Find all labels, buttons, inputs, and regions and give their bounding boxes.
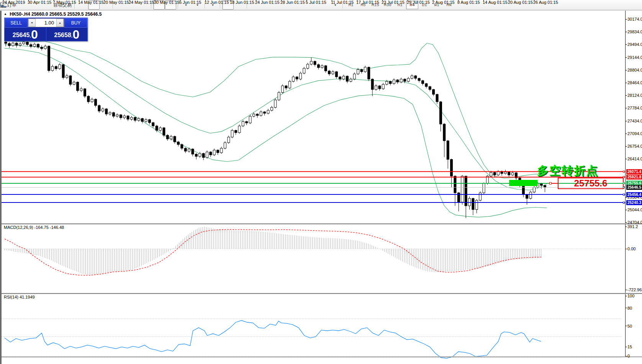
price-axis-tick — [625, 83, 627, 83]
price-axis-tick — [625, 108, 627, 108]
rsi-axis-tick — [625, 356, 627, 356]
rsi-axis-label: 0 — [627, 354, 630, 358]
line-anchor-marker[interactable] — [623, 202, 625, 204]
macd-axis-label: 391.2 — [627, 224, 638, 229]
price-axis-label: 29834.0 — [627, 29, 642, 34]
price-axis-tick — [625, 57, 627, 58]
time-axis-label: 5 Jul 01:15 — [306, 0, 326, 5]
macd-axis-label: -722.96 — [627, 287, 642, 292]
price-axis-tick — [625, 32, 627, 32]
price-axis-label: 25044.0 — [627, 207, 642, 212]
time-axis-label: 14 Aug 01:15 — [483, 0, 508, 5]
rsi-axis-label: 100 — [627, 294, 634, 298]
time-axis-label: 23 Jul 01:15 — [382, 0, 405, 5]
time-axis-tick — [357, 0, 357, 1]
price-axis-tick — [625, 70, 627, 70]
time-axis-tick — [180, 0, 180, 1]
time-axis-label: 17 Jul 01:15 — [356, 0, 379, 5]
time-axis-tick — [306, 0, 307, 1]
price-axis-tick — [625, 134, 627, 134]
price-axis-tick — [625, 210, 627, 210]
time-axis-tick — [256, 0, 256, 1]
time-axis-label: 11 Jul 01:15 — [331, 0, 354, 5]
time-axis-label: 28 Jun 01:15 — [280, 0, 305, 5]
time-axis-tick — [54, 0, 54, 1]
price-axis-tick — [625, 44, 627, 45]
time-axis-label: 30 May 01:15 — [154, 0, 180, 5]
time-axis-label: 30 Apr 01:15 — [28, 0, 51, 5]
price-axis-label: 26754.0 — [627, 144, 642, 149]
price-axis-label: 28124.0 — [627, 93, 642, 98]
line-anchor-marker[interactable] — [623, 171, 625, 173]
price-axis-label: 29144.0 — [627, 55, 642, 60]
time-axis-label: 20 May 01:15 — [103, 0, 129, 5]
time-axis-tick — [382, 0, 383, 1]
rsi-axis-tick — [625, 296, 627, 296]
rsi-axis-label: 15 — [627, 344, 632, 349]
time-axis-tick — [433, 0, 433, 1]
time-axis-label: 24 Jun 01:15 — [255, 0, 280, 5]
rsi-axis-tick — [625, 326, 627, 326]
macd-axis-tick — [625, 249, 627, 249]
macd-axis-tick — [625, 227, 627, 227]
price-tag-26071.4: 26071.4 — [626, 169, 642, 174]
price-axis-label: 30174.0 — [627, 17, 642, 21]
line-anchor-marker[interactable] — [623, 182, 625, 184]
time-axis-label: 24 Apr 2019 — [2, 0, 25, 5]
price-axis-label: 26414.0 — [627, 157, 642, 161]
time-axis-label: 14 May 01:15 — [78, 0, 104, 5]
time-axis-tick — [79, 0, 79, 1]
time-axis-label: 26 Aug 01:15 — [533, 0, 558, 5]
price-axis-tick — [625, 95, 627, 96]
price-axis-label: 27434.0 — [627, 119, 642, 123]
time-axis-tick — [509, 0, 509, 1]
price-axis-label: 29494.0 — [627, 42, 642, 47]
time-axis-tick — [408, 0, 408, 1]
time-axis-tick — [332, 0, 332, 1]
price-tag-25646.5: 25646.5 — [626, 185, 642, 190]
price-axis-label: 28804.0 — [627, 68, 642, 72]
time-axis-label: 29 Jul 01:15 — [407, 0, 430, 5]
time-axis-label: 8 Aug 01:15 — [457, 0, 480, 5]
axis-overlays: 30174.029834.029494.029144.028804.028464… — [2, 11, 642, 364]
rsi-axis-tick — [625, 308, 627, 308]
price-axis-tick — [625, 121, 627, 121]
price-axis-label: 27784.0 — [627, 106, 642, 110]
line-anchor-marker[interactable] — [623, 176, 625, 178]
time-axis-tick — [483, 0, 484, 1]
price-axis-tick — [625, 19, 627, 20]
time-axis-label: 12 Jun 01:15 — [205, 0, 229, 5]
time-axis-tick — [129, 0, 130, 1]
price-axis-tick — [625, 146, 627, 147]
price-tag-25921.8: 25921.8 — [626, 175, 642, 180]
time-axis-label: 5 Jun 01:15 — [179, 0, 201, 5]
chart-window: ▲ HK50-.H4 25660.0 25665.5 25529.5 25646… — [0, 11, 642, 364]
line-anchor-marker[interactable] — [623, 186, 625, 188]
time-axis-tick — [155, 0, 155, 1]
price-axis-label: 27094.0 — [627, 131, 642, 136]
time-axis-tick — [3, 0, 3, 1]
line-anchor-marker[interactable] — [623, 194, 625, 196]
time-axis-label: 24 May 01:15 — [129, 0, 154, 5]
time-axis-label: 20 Aug 01:15 — [508, 0, 533, 5]
rsi-axis-label: 80 — [627, 306, 632, 310]
rsi-axis-tick — [625, 347, 627, 347]
mt4-application: 新订单 自动交易 ▼ ▼ ▼ E F A T ▼ — [0, 0, 642, 364]
macd-axis-tick — [625, 290, 627, 290]
time-axis-tick — [281, 0, 282, 1]
price-tag-25240.3: 25240.3 — [626, 200, 642, 205]
time-axis-tick — [534, 0, 534, 1]
price-axis-tick — [625, 222, 627, 223]
time-axis-tick — [28, 0, 29, 1]
time-axis-label: 2 Aug 01:15 — [432, 0, 455, 5]
time-axis-label: 7 May 01:15 — [53, 0, 76, 5]
time-axis-tick — [231, 0, 231, 1]
time-axis-tick — [205, 0, 206, 1]
time-axis-label: 18 Jun 01:15 — [230, 0, 254, 5]
price-axis-label: 28464.0 — [627, 80, 642, 85]
price-axis-tick — [625, 197, 627, 198]
price-tag-25456.4: 25456.4 — [626, 192, 642, 197]
price-axis-tick — [625, 159, 627, 159]
rsi-axis-label: 50 — [627, 324, 632, 328]
macd-axis-label: 0.00 — [627, 246, 635, 251]
